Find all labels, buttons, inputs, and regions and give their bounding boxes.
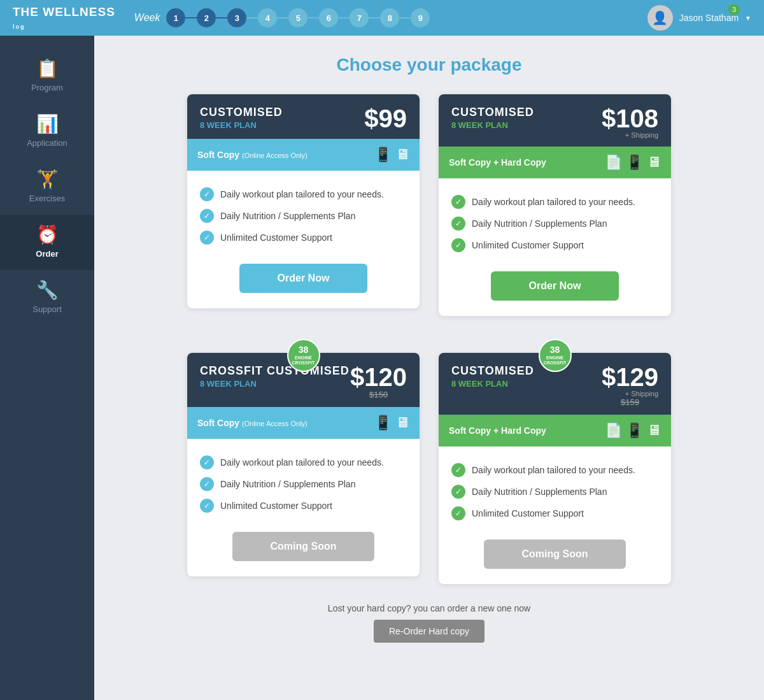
sidebar-label-support: Support xyxy=(32,304,62,314)
check-icon: ✓ xyxy=(200,187,214,201)
step-3[interactable]: 3 xyxy=(227,8,246,27)
desktop-icon: 🖥 xyxy=(647,422,661,439)
content-area: Choose your package CUSTOMISED 8 WEEK PL… xyxy=(94,36,764,700)
sidebar-icon-order: ⏰ xyxy=(36,226,59,244)
step-5[interactable]: 5 xyxy=(288,8,308,27)
sidebar-item-application[interactable]: 📊 Application xyxy=(0,104,94,159)
check-icon: ✓ xyxy=(451,506,465,520)
check-icon: ✓ xyxy=(451,463,465,477)
card-footer: Coming Soon xyxy=(187,532,420,576)
feature-text: Unlimited Customer Support xyxy=(220,232,332,243)
feature-text: Daily workout plan tailored to your need… xyxy=(220,457,384,468)
feature-text: Daily Nutrition / Supplements Plan xyxy=(472,487,607,497)
order-button[interactable]: Coming Soon xyxy=(232,532,375,561)
step-7[interactable]: 7 xyxy=(350,8,369,27)
card-plan: 8 WEEK PLAN xyxy=(200,120,283,130)
main-layout: 📋 Program 📊 Application 🏋 Exercises ⏰ Or… xyxy=(0,36,764,700)
step-line-7 xyxy=(369,17,380,18)
package-wrapper-3: 38ENGINECROSSFIT CUSTOMISED 8 WEEK PLAN … xyxy=(439,353,671,584)
copy-type: Soft Copy + Hard Copy xyxy=(449,425,546,436)
header: THE WELLNESS LOG Week 123456789 3 👤 Jaso… xyxy=(0,0,764,36)
print-icon: 📄 xyxy=(605,422,622,439)
feature-text: Daily workout plan tailored to your need… xyxy=(220,189,384,199)
check-icon: ✓ xyxy=(451,238,465,252)
order-button[interactable]: Coming Soon xyxy=(484,539,626,569)
device-icon: 📱 xyxy=(374,146,392,163)
device-icon: 📱 xyxy=(626,154,643,171)
card-header: CUSTOMISED 8 WEEK PLAN $108 + Shipping xyxy=(439,94,671,146)
engine-badge: 38ENGINECROSSFIT xyxy=(539,339,572,372)
feature-item: ✓ Daily workout plan tailored to your ne… xyxy=(451,191,658,213)
step-6[interactable]: 6 xyxy=(319,8,338,27)
feature-text: Daily Nutrition / Supplements Plan xyxy=(220,211,355,221)
sidebar-label-exercises: Exercises xyxy=(29,194,65,203)
feature-item: ✓ Unlimited Customer Support xyxy=(451,503,658,524)
check-icon: ✓ xyxy=(200,231,214,245)
feature-text: Unlimited Customer Support xyxy=(220,501,332,511)
order-button[interactable]: Order Now xyxy=(491,271,619,301)
step-line-4 xyxy=(277,17,288,18)
user-info[interactable]: 3 👤 Jason Statham ▼ xyxy=(647,5,751,31)
reorder-button[interactable]: Re-Order Hard copy xyxy=(374,620,485,643)
sidebar-label-application: Application xyxy=(27,138,67,148)
step-4[interactable]: 4 xyxy=(258,8,277,27)
step-line-2 xyxy=(216,17,227,18)
sidebar-icon-support: 🔧 xyxy=(36,282,59,299)
card-name: CUSTOMISED xyxy=(451,364,534,378)
card-copy-bar: Soft Copy + Hard Copy 📄 📱 🖥 xyxy=(439,146,671,178)
step-line-3 xyxy=(246,17,258,18)
card-copy-bar: Soft Copy + Hard Copy 📄 📱 🖥 xyxy=(439,415,671,446)
user-name: Jason Statham xyxy=(679,13,739,23)
feature-text: Daily workout plan tailored to your need… xyxy=(472,197,635,207)
card-title-block: CUSTOMISED 8 WEEK PLAN xyxy=(451,364,534,389)
sidebar-item-program[interactable]: 📋 Program xyxy=(0,48,94,104)
card-copy-bar: Soft Copy (Online Access Only) 📱 🖥 xyxy=(187,407,420,439)
copy-icons: 📱 🖥 xyxy=(374,415,409,431)
price-amount: $99 xyxy=(364,104,407,132)
step-9[interactable]: 9 xyxy=(411,8,430,27)
notification-badge: 3 xyxy=(728,4,740,15)
print-icon: 📄 xyxy=(605,154,622,171)
step-1[interactable]: 1 xyxy=(166,8,185,27)
card-title-block: CROSSFIT CUSTOMISED 8 WEEK PLAN xyxy=(200,364,350,389)
copy-type: Soft Copy (Online Access Only) xyxy=(197,418,308,428)
price-amount: $120 xyxy=(350,363,407,391)
sidebar-item-support[interactable]: 🔧 Support xyxy=(0,270,94,325)
copy-type: Soft Copy + Hard Copy xyxy=(449,157,546,168)
feature-text: Daily workout plan tailored to your need… xyxy=(472,465,635,475)
order-button[interactable]: Order Now xyxy=(239,264,368,293)
price-amount: $129 xyxy=(602,363,658,391)
card-name: CUSTOMISED xyxy=(200,106,283,119)
price-amount: $108 xyxy=(602,104,658,132)
feature-text: Unlimited Customer Support xyxy=(472,508,584,518)
card-body: ✓ Daily workout plan tailored to your ne… xyxy=(187,439,420,532)
sidebar-icon-program: 📋 xyxy=(36,60,59,78)
package-wrapper-1: CUSTOMISED 8 WEEK PLAN $108 + Shipping S… xyxy=(439,94,671,316)
avatar: 👤 xyxy=(647,5,673,31)
feature-item: ✓ Daily workout plan tailored to your ne… xyxy=(200,183,407,205)
content-footer: Lost your hard copy? you can order a new… xyxy=(120,603,739,655)
sidebar-item-order[interactable]: ⏰ Order xyxy=(0,215,94,270)
step-2[interactable]: 2 xyxy=(197,8,216,27)
step-line-6 xyxy=(338,17,350,18)
step-8[interactable]: 8 xyxy=(380,8,399,27)
device-icon: 📱 xyxy=(374,415,392,431)
card-plan: 8 WEEK PLAN xyxy=(200,379,350,389)
check-icon: ✓ xyxy=(451,485,465,499)
dropdown-arrow-icon[interactable]: ▼ xyxy=(745,15,751,22)
feature-text: Unlimited Customer Support xyxy=(472,240,584,250)
package-wrapper-2: 38ENGINECROSSFIT CROSSFIT CUSTOMISED 8 W… xyxy=(187,353,420,584)
feature-text: Daily Nutrition / Supplements Plan xyxy=(472,218,607,229)
package-card-pkg3: CROSSFIT CUSTOMISED 8 WEEK PLAN $120 $15… xyxy=(187,353,420,576)
card-plan: 8 WEEK PLAN xyxy=(451,379,534,389)
steps-nav: 123456789 xyxy=(166,8,430,27)
card-price: $120 $150 xyxy=(350,364,407,399)
check-icon: ✓ xyxy=(200,209,214,223)
card-price: $99 xyxy=(364,106,407,131)
card-header: CUSTOMISED 8 WEEK PLAN $99 xyxy=(187,94,420,139)
sidebar-item-exercises[interactable]: 🏋 Exercises xyxy=(0,159,94,215)
week-label: Week xyxy=(134,12,160,24)
feature-item: ✓ Unlimited Customer Support xyxy=(200,495,407,517)
card-body: ✓ Daily workout plan tailored to your ne… xyxy=(439,178,671,271)
feature-item: ✓ Daily Nutrition / Supplements Plan xyxy=(200,473,407,495)
